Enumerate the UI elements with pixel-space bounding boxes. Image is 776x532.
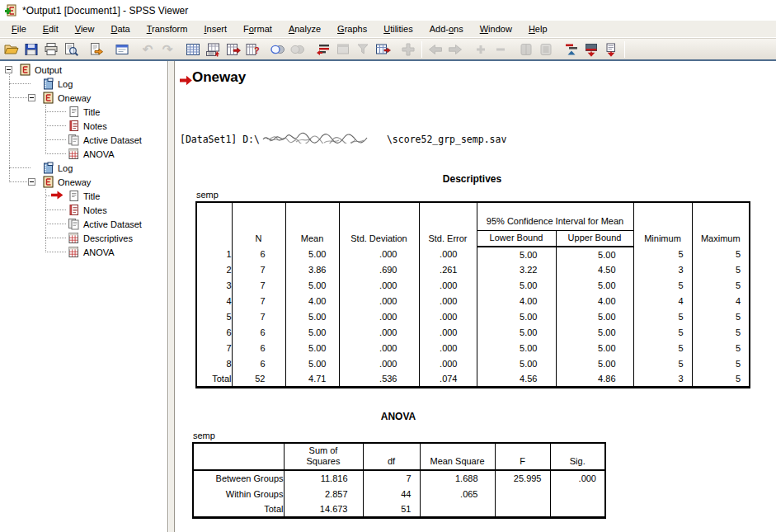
cell: 3 [633, 262, 692, 278]
title-page-icon [68, 190, 80, 202]
redo-icon[interactable]: ↷ [158, 40, 177, 59]
save-icon[interactable] [21, 40, 41, 59]
navigate-right-icon[interactable] [445, 40, 465, 59]
tree-item-notes-2[interactable]: Notes [0, 203, 167, 217]
output-book-icon [42, 92, 54, 104]
tree-item-anova-2[interactable]: ANOVA [0, 245, 167, 259]
cell: 5 [633, 247, 692, 262]
recall-dialogs-icon[interactable] [112, 40, 132, 59]
tree-item-label: Log [58, 163, 73, 173]
variables-icon[interactable] [223, 40, 242, 59]
tree-item-active-dataset-1[interactable]: Active Dataset [0, 133, 167, 147]
menu-insert[interactable]: Insert [195, 21, 235, 36]
expand-icon[interactable] [471, 40, 491, 59]
tree-item-output[interactable]: Output [0, 63, 167, 77]
cell: 5.00 [285, 356, 339, 372]
menu-utilities[interactable]: Utilities [375, 21, 421, 36]
pane-splitter[interactable] [167, 61, 175, 532]
menu-data[interactable]: Data [102, 21, 138, 36]
dialog-circles-icon[interactable] [268, 40, 288, 59]
tree-item-anova-1[interactable]: ANOVA [0, 147, 167, 161]
anova-table[interactable]: Sum of Squares df Mean Square F Sig. Bet… [192, 442, 606, 519]
title-bar: *Output1 [Document1] - SPSS Viewer [0, 0, 776, 21]
print-preview-icon[interactable] [61, 40, 81, 59]
goto-data-icon[interactable] [183, 40, 203, 59]
tree-item-label: Output [35, 65, 62, 75]
tree-item-title-1[interactable]: Title [0, 105, 167, 119]
log-icon [42, 162, 54, 174]
collapse-box-icon[interactable] [28, 178, 35, 186]
tree-item-oneway-2[interactable]: Oneway [0, 175, 167, 189]
table-row: 7 6 5.00 .000 .000 5.00 5.00 5 5 [196, 341, 750, 356]
cell: 4.56 [477, 372, 556, 388]
insert-heading-icon[interactable] [581, 40, 601, 59]
cell: .000 [419, 325, 477, 341]
tree-item-descriptives[interactable]: Descriptives [0, 231, 167, 245]
anova-stub-header [193, 443, 284, 470]
tree-item-active-dataset-2[interactable]: Active Dataset [0, 217, 167, 231]
dataset-path-prefix: [DataSet1] D:\ [180, 134, 260, 145]
collapse-icon[interactable] [491, 40, 510, 59]
tree-item-title-2-current[interactable]: Title [0, 189, 167, 203]
circles-disabled-icon[interactable] [288, 40, 308, 59]
filter-icon[interactable] [353, 40, 373, 59]
descriptives-stub-header [196, 202, 232, 247]
insert-plus-icon[interactable] [398, 40, 418, 59]
dataset-path-line[interactable]: [DataSet1] D:\ \score52_grp_semp.sav [180, 132, 506, 146]
cell: 25.995 [495, 470, 550, 486]
descriptives-table[interactable]: N Mean Std. Deviation Std. Error 95% Con… [195, 201, 750, 388]
find-icon[interactable]: ? [242, 40, 262, 59]
undo-icon[interactable]: ↶ [138, 40, 158, 59]
hide-results-icon[interactable] [536, 40, 556, 59]
cell: .536 [339, 372, 419, 388]
select-last-output-icon[interactable] [313, 40, 333, 59]
anova-caption: semp [193, 431, 215, 440]
menu-format[interactable]: Format [235, 21, 280, 36]
navigate-left-icon[interactable] [426, 40, 445, 59]
tree-item-label: Title [83, 191, 100, 201]
tree-item-log-1[interactable]: Log [0, 77, 167, 91]
menu-help[interactable]: Help [520, 21, 556, 36]
promote-icon[interactable] [562, 40, 581, 59]
export-icon[interactable] [87, 40, 106, 59]
menu-file[interactable]: File [3, 21, 35, 36]
insert-text-icon[interactable] [601, 40, 621, 59]
menu-transform[interactable]: Transform [139, 21, 196, 36]
dataset-path-suffix: \score52_grp_semp.sav [387, 134, 506, 145]
collapse-box-icon[interactable] [5, 66, 12, 73]
cell: 6 [232, 341, 285, 356]
menu-analyze[interactable]: Analyze [280, 21, 329, 36]
cell: 7 [232, 294, 285, 309]
tree-item-log-2[interactable]: Log [0, 161, 167, 175]
cell: .690 [339, 262, 419, 278]
descriptives-title: Descriptives [195, 173, 749, 185]
cell: 5 [633, 325, 692, 341]
tree-item-oneway-1[interactable]: Oneway [0, 91, 167, 105]
print-icon[interactable] [41, 40, 61, 59]
outline-pane: Output Log Oneway Title [0, 61, 167, 532]
menu-edit[interactable]: Edit [35, 21, 67, 36]
menu-view[interactable]: View [67, 21, 103, 36]
output-heading[interactable]: Oneway [192, 69, 246, 86]
tree-item-label: ANOVA [83, 247, 115, 257]
cell: 4.00 [285, 294, 339, 309]
cell: .261 [419, 262, 477, 278]
designate-window-icon[interactable] [333, 40, 353, 59]
show-results-icon[interactable] [516, 40, 536, 59]
cell: 5.00 [556, 325, 633, 341]
tree-item-label: Active Dataset [83, 219, 142, 229]
row-label: 4 [196, 294, 232, 309]
cell: 1.688 [420, 470, 495, 486]
menu-addons[interactable]: Add-ons [421, 21, 472, 36]
menu-window[interactable]: Window [472, 21, 520, 36]
menu-graphs[interactable]: Graphs [329, 21, 375, 36]
cell: 5 [692, 372, 750, 388]
collapse-box-icon[interactable] [28, 94, 35, 101]
use-sets-icon[interactable] [373, 40, 393, 59]
tree-item-notes-1[interactable]: Notes [0, 119, 167, 133]
row-label: Between Groups [193, 470, 284, 486]
col-header-f: F [495, 443, 550, 470]
goto-case-icon[interactable] [203, 40, 223, 59]
open-file-icon[interactable] [2, 40, 21, 59]
pivot-table-icon [68, 148, 80, 160]
